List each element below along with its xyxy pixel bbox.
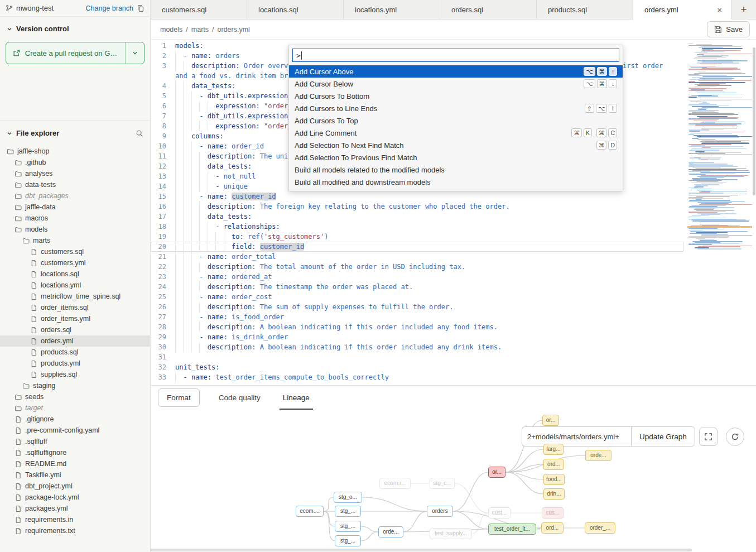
tree-file-sqlfluff[interactable]: .sqlfluff xyxy=(0,436,150,447)
line-number[interactable]: 23 xyxy=(151,272,175,282)
code-line-text[interactable]: description: A boolean indicating if thi… xyxy=(175,342,675,352)
line-number[interactable]: 25 xyxy=(151,292,175,302)
lineage-node-ord[interactable]: ord... xyxy=(541,522,564,534)
lineage-node-test-supply[interactable]: test_supply... xyxy=(430,528,472,539)
code-line-text[interactable]: - name: order_cost xyxy=(175,292,675,302)
horizontal-scrollbar-thumb[interactable] xyxy=(151,549,692,551)
lineage-node-stg[interactable]: stg_... xyxy=(335,535,361,546)
line-number[interactable]: 2 xyxy=(151,51,175,61)
lineage-node-stg-o[interactable]: stg_o... xyxy=(334,492,362,503)
code-line-text[interactable]: - name: is_drink_order xyxy=(175,332,675,342)
tree-file-supplies-sql[interactable]: supplies.sql xyxy=(0,369,150,380)
line-number[interactable]: 29 xyxy=(151,332,175,342)
tree-file-locations-yml[interactable]: locations.yml xyxy=(0,280,150,291)
line-number[interactable]: 13 xyxy=(151,171,175,181)
lineage-node-ecom-r[interactable]: ecom.r... xyxy=(379,478,411,489)
line-number[interactable]: 4 xyxy=(151,81,175,91)
line-number[interactable]: 5 xyxy=(151,91,175,101)
palette-item-add-selection-to-next-find-match[interactable]: Add Selection To Next Find Match⌘D xyxy=(289,139,623,151)
line-number[interactable]: 26 xyxy=(151,302,175,312)
line-number[interactable]: 16 xyxy=(151,201,175,212)
palette-item-add-cursor-above[interactable]: Add Cursor Above⌥⌘↑ xyxy=(289,65,623,78)
horizontal-scrollbar[interactable] xyxy=(151,548,756,552)
tree-folder-jaffle-shop[interactable]: jaffle-shop xyxy=(0,146,150,157)
tab-locations-yml[interactable]: locations.yml xyxy=(344,0,440,20)
palette-item-add-cursor-below[interactable]: Add Cursor Below⌥⌘↓ xyxy=(289,78,623,90)
lineage-node-larg[interactable]: larg... xyxy=(543,444,564,455)
tree-file-order-items-sql[interactable]: order_items.sql xyxy=(0,302,150,313)
line-number[interactable]: 18 xyxy=(151,222,175,232)
tree-file-customers-yml[interactable]: customers.yml xyxy=(0,257,150,268)
tree-file-orders-sql[interactable]: orders.sql xyxy=(0,324,150,335)
tree-file-requirements-txt[interactable]: requirements.txt xyxy=(0,525,150,536)
tab-locations-sql[interactable]: locations.sql xyxy=(247,0,344,20)
code-line-text[interactable]: field: customer_id xyxy=(175,242,675,252)
line-number[interactable]: 20 xyxy=(151,242,175,252)
lineage-node-or[interactable]: or... xyxy=(542,415,559,426)
line-number[interactable]: 14 xyxy=(151,181,175,191)
code-line-text[interactable]: - name: ordered_at xyxy=(175,272,675,282)
create-pr-button[interactable]: Create a pull request on Git... xyxy=(6,42,125,64)
panel-tab-code-quality[interactable]: Code quality xyxy=(215,386,264,410)
lineage-node-stg-c[interactable]: stg_c... xyxy=(430,478,455,489)
line-number[interactable]: 6 xyxy=(151,101,175,111)
lineage-node-orders[interactable]: orders xyxy=(427,506,453,517)
file-explorer-header[interactable]: File explorer xyxy=(0,120,150,140)
lineage-node-cust[interactable]: cust... xyxy=(488,507,511,519)
tree-file-package-lock-yml[interactable]: package-lock.yml xyxy=(0,492,150,503)
line-number[interactable]: 10 xyxy=(151,141,175,151)
lineage-node-order[interactable]: order_... xyxy=(585,522,615,534)
tab-products-sql[interactable]: products.sql xyxy=(537,0,633,20)
copy-icon[interactable] xyxy=(137,4,145,12)
update-graph-button[interactable]: Update Graph xyxy=(631,426,695,447)
palette-item-add-line-comment[interactable]: Add Line Comment⌘K⌘C xyxy=(289,127,623,139)
code-editor[interactable]: 1models:2 - name: orders3 description: O… xyxy=(151,40,756,385)
palette-item-add-cursors-to-bottom[interactable]: Add Cursors To Bottom xyxy=(289,90,623,102)
line-number[interactable]: 28 xyxy=(151,322,175,332)
tree-file-products-sql[interactable]: products.sql xyxy=(0,347,150,358)
tree-file-gitignore[interactable]: .gitignore xyxy=(0,414,150,425)
lineage-node-orde[interactable]: orde... xyxy=(585,450,611,461)
tab-orders-yml[interactable]: orders.yml× xyxy=(633,0,731,20)
line-number[interactable]: 9 xyxy=(151,131,175,141)
tree-folder-macros[interactable]: macros xyxy=(0,213,150,224)
lineage-node-or[interactable]: or... xyxy=(488,467,505,478)
panel-tab-lineage[interactable]: Lineage xyxy=(280,386,313,410)
tree-folder-target[interactable]: target xyxy=(0,402,150,414)
tree-file-products-yml[interactable]: products.yml xyxy=(0,358,150,369)
code-line-text[interactable]: data_tests: xyxy=(175,212,675,222)
tree-folder-marts[interactable]: marts xyxy=(0,235,150,246)
line-number[interactable]: 21 xyxy=(151,252,175,262)
lineage-node-ecom[interactable]: ecom.... xyxy=(296,506,324,517)
pr-dropdown-button[interactable] xyxy=(125,42,144,64)
line-number[interactable]: 11 xyxy=(151,151,175,161)
tree-file-locations-sql[interactable]: locations.sql xyxy=(0,268,150,280)
line-number[interactable]: 31 xyxy=(151,352,175,362)
lineage-node-test-order-it[interactable]: test_order_it... xyxy=(488,524,536,535)
line-number[interactable]: 17 xyxy=(151,212,175,222)
command-palette-input[interactable]: > xyxy=(292,49,619,62)
lineage-node-food[interactable]: food... xyxy=(543,474,565,485)
tree-file-readme-md[interactable]: README.md xyxy=(0,458,150,469)
new-tab-button[interactable]: + xyxy=(735,3,752,16)
tree-file-packages-yml[interactable]: packages.yml xyxy=(0,503,150,514)
code-line-text[interactable]: - name: test_order_items_compute_to_bool… xyxy=(175,372,675,382)
lineage-node-ord[interactable]: ord... xyxy=(543,459,564,470)
line-number[interactable]: 7 xyxy=(151,111,175,121)
code-line-text[interactable] xyxy=(175,352,675,362)
tree-file-sqlfluffignore[interactable]: .sqlfluffignore xyxy=(0,447,150,458)
tree-folder-seeds[interactable]: seeds xyxy=(0,391,150,402)
tree-folder-dbt-packages[interactable]: dbt_packages xyxy=(0,190,150,201)
line-number[interactable]: 32 xyxy=(151,362,175,372)
palette-item-add-selection-to-previous-find-match[interactable]: Add Selection To Previous Find Match xyxy=(289,151,623,164)
editor-scrollbar[interactable] xyxy=(753,47,755,195)
line-number[interactable]: 19 xyxy=(151,232,175,242)
code-line-text[interactable]: to: ref('stg_customers') xyxy=(175,232,675,242)
tree-file-customers-sql[interactable]: customers.sql xyxy=(0,246,150,257)
lineage-node-drin[interactable]: drin... xyxy=(543,488,565,500)
line-number[interactable]: 12 xyxy=(151,161,175,171)
tree-file-order-items-yml[interactable]: order_items.yml xyxy=(0,313,150,324)
code-line-text[interactable]: unit_tests: xyxy=(175,362,675,372)
code-line-text[interactable]: - name: customer_id xyxy=(175,191,675,201)
lineage-node-stg[interactable]: stg_... xyxy=(335,521,361,532)
